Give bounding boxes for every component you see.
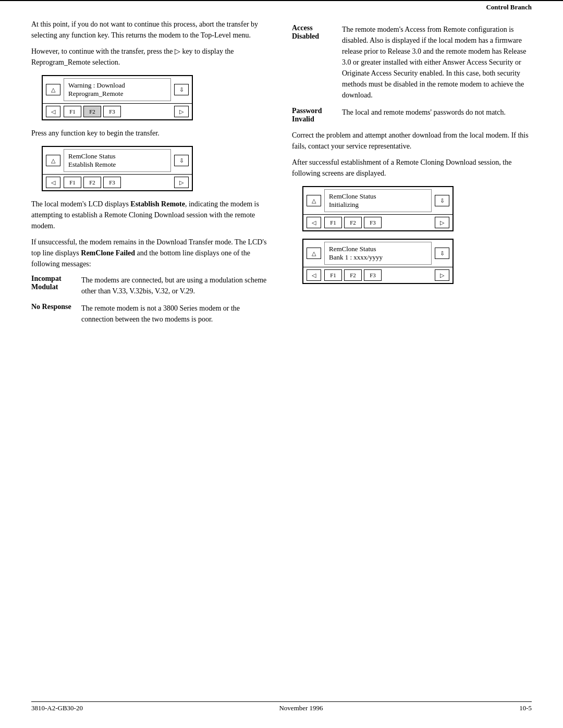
lcd2-download-button[interactable]: ⇩ — [174, 155, 189, 166]
lcd4-f1-button[interactable]: F1 — [324, 269, 342, 281]
lcd1-left-button[interactable]: ◁ — [46, 106, 60, 117]
footer-left: 3810-A2-GB30-20 — [31, 704, 83, 712]
lcd2-bottom-row: ◁ F1 F2 F3 ▷ — [43, 175, 192, 190]
lcd1-f3-button[interactable]: F3 — [103, 106, 121, 117]
lcd4-top-row: △ RemClone Status Bank 1 : xxxx/yyyy ⇩ — [303, 240, 452, 267]
lcd1-download-button[interactable]: ⇩ — [174, 84, 189, 95]
lcd3-top-row: △ RemClone Status Initializing ⇩ — [303, 187, 452, 215]
lcd2-top-row: △ RemClone Status Establish Remote ⇩ — [43, 147, 192, 175]
header-title: Control Branch — [486, 3, 532, 11]
def-item-incompat: IncompatModulat The modems are connected… — [31, 275, 271, 297]
def-term-password: PasswordInvalid — [292, 107, 334, 124]
lcd-display-2: △ RemClone Status Establish Remote ⇩ ◁ F… — [42, 146, 193, 191]
page-header: Control Branch — [0, 0, 563, 14]
page: Control Branch At this point, if you do … — [0, 0, 563, 728]
lcd3-line1: RemClone Status — [329, 192, 427, 201]
lcd2-line2: Establish Remote — [68, 161, 166, 169]
lcd1-top-row: △ Warning : Download Reprogram_Remote ⇩ — [43, 76, 192, 104]
lcd4-line1: RemClone Status — [329, 245, 427, 253]
lcd-display-3: △ RemClone Status Initializing ⇩ ◁ F1 F2… — [302, 186, 454, 231]
left-para4: The local modem's LCD displays Establish… — [31, 199, 271, 231]
def-item-password: PasswordInvalid The local and remote mod… — [292, 107, 532, 124]
lcd4-up-button[interactable]: △ — [307, 248, 321, 259]
lcd-display-1: △ Warning : Download Reprogram_Remote ⇩ … — [42, 75, 193, 120]
lcd3-f2-button[interactable]: F2 — [344, 217, 362, 228]
def-term-noresponse: No Response — [31, 303, 73, 325]
left-para2: However, to continue with the transfer, … — [31, 46, 271, 68]
def-desc-access: The remote modem's Access from Remote co… — [342, 24, 532, 101]
lcd1-line1: Warning : Download — [68, 81, 166, 90]
footer-center: November 1996 — [279, 704, 323, 712]
lcd4-fn-group: F1 F2 F3 — [324, 269, 382, 281]
right-column: AccessDisabled The remote modem's Access… — [287, 19, 532, 331]
lcd4-screen: RemClone Status Bank 1 : xxxx/yyyy — [324, 242, 432, 265]
lcd4-f2-button[interactable]: F2 — [344, 269, 362, 281]
def-term-incompat: IncompatModulat — [31, 275, 73, 297]
left-column: At this point, if you do not want to con… — [31, 19, 287, 331]
lcd4-line2: Bank 1 : xxxx/yyyy — [329, 253, 427, 262]
lcd3-up-button[interactable]: △ — [307, 195, 321, 206]
def-desc-password: The local and remote modems' passwords d… — [342, 107, 506, 124]
def-desc-noresponse: The remote modem is not a 3800 Series mo… — [81, 303, 271, 325]
lcd3-f3-button[interactable]: F3 — [364, 217, 382, 228]
lcd1-line2: Reprogram_Remote — [68, 90, 166, 98]
right-para1: Correct the problem and attempt another … — [292, 130, 532, 152]
def-item-noresponse: No Response The remote modem is not a 38… — [31, 303, 271, 325]
lcd2-f2-button[interactable]: F2 — [83, 177, 101, 188]
lcd1-up-button[interactable]: △ — [46, 84, 60, 95]
footer-right: 10-5 — [519, 704, 532, 712]
lcd3-download-button[interactable]: ⇩ — [435, 195, 449, 206]
def-term-access: AccessDisabled — [292, 24, 334, 101]
lcd2-up-button[interactable]: △ — [46, 155, 60, 166]
page-footer: 3810-A2-GB30-20 November 1996 10-5 — [31, 701, 532, 712]
lcd2-f3-button[interactable]: F3 — [103, 177, 121, 188]
lcd2-left-button[interactable]: ◁ — [46, 177, 60, 188]
right-para2: After successful establishment of a Remo… — [292, 157, 532, 179]
lcd1-bottom-row: ◁ F1 F2 F3 ▷ — [43, 104, 192, 119]
lcd4-download-button[interactable]: ⇩ — [435, 248, 449, 259]
left-para1: At this point, if you do not want to con… — [31, 19, 271, 41]
content: At this point, if you do not want to con… — [0, 19, 563, 331]
lcd4-right-button[interactable]: ▷ — [435, 269, 449, 281]
lcd2-screen: RemClone Status Establish Remote — [64, 149, 171, 172]
lcd3-right-button[interactable]: ▷ — [435, 217, 449, 228]
lcd3-line2: Initializing — [329, 201, 427, 209]
lcd2-fn-group: F1 F2 F3 — [64, 177, 121, 188]
lcd4-left-button[interactable]: ◁ — [307, 269, 321, 281]
lcd1-f2-button[interactable]: F2 — [83, 106, 101, 117]
lcd-display-4: △ RemClone Status Bank 1 : xxxx/yyyy ⇩ ◁… — [302, 239, 454, 284]
lcd3-f1-button[interactable]: F1 — [324, 217, 342, 228]
lcd2-f1-button[interactable]: F1 — [64, 177, 81, 188]
lcd2-line1: RemClone Status — [68, 152, 166, 161]
lcd4-bottom-row: ◁ F1 F2 F3 ▷ — [303, 267, 452, 283]
lcd1-right-button[interactable]: ▷ — [174, 106, 189, 117]
left-para3: Press any function key to begin the tran… — [31, 128, 271, 139]
lcd2-right-button[interactable]: ▷ — [174, 177, 189, 188]
lcd3-left-button[interactable]: ◁ — [307, 217, 321, 228]
lcd1-fn-group: F1 F2 F3 — [64, 106, 121, 117]
lcd1-screen: Warning : Download Reprogram_Remote — [64, 78, 171, 101]
lcd4-f3-button[interactable]: F3 — [364, 269, 382, 281]
def-item-access: AccessDisabled The remote modem's Access… — [292, 24, 532, 101]
left-def-list: IncompatModulat The modems are connected… — [31, 275, 271, 325]
lcd3-screen: RemClone Status Initializing — [324, 189, 432, 212]
def-desc-incompat: The modems are connected, but are using … — [81, 275, 271, 297]
left-para5: If unsuccessful, the modem remains in th… — [31, 237, 271, 269]
lcd1-f1-button[interactable]: F1 — [64, 106, 81, 117]
lcd3-fn-group: F1 F2 F3 — [324, 217, 382, 228]
right-def-list: AccessDisabled The remote modem's Access… — [292, 24, 532, 124]
lcd3-bottom-row: ◁ F1 F2 F3 ▷ — [303, 215, 452, 230]
